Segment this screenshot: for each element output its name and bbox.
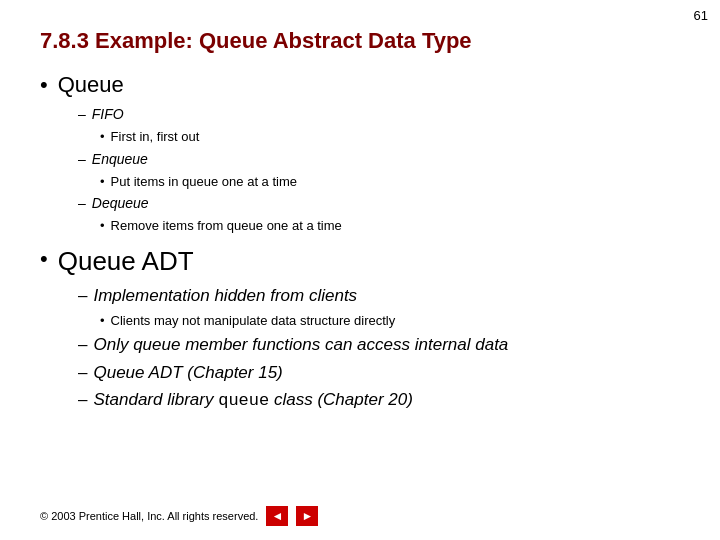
page-number: 61 (694, 8, 708, 23)
fifo-bullet1-dot: • (100, 127, 105, 147)
fifo-bullet1: • First in, first out (100, 127, 680, 147)
bullet1: • Queue (40, 72, 680, 98)
bullet1-label: Queue (58, 72, 124, 98)
impl-bullet1: • Clients may not manipulate data struct… (100, 311, 680, 331)
dequeue-item: – Dequeue (78, 193, 680, 214)
stdlib-prefix: Standard library (93, 390, 218, 409)
bullet1-dot: • (40, 72, 48, 98)
enqueue-sublist: • Put items in queue one at a time (100, 172, 680, 192)
fifo-bullet1-text: First in, first out (111, 127, 200, 147)
enqueue-bullet1-dot: • (100, 172, 105, 192)
dequeue-bullet1-dot: • (100, 216, 105, 236)
impl-bullet1-dot: • (100, 311, 105, 331)
bullet2-sublist: – Implementation hidden from clients • C… (78, 283, 680, 414)
dequeue-bullet1-text: Remove items from queue one at a time (111, 216, 342, 236)
enqueue-label: Enqueue (92, 149, 148, 170)
impl-label: Implementation hidden from clients (93, 283, 357, 309)
enqueue-item: – Enqueue (78, 149, 680, 170)
fifo-item: – FIFO (78, 104, 680, 125)
dequeue-label: Dequeue (92, 193, 149, 214)
prev-button[interactable]: ◄ (266, 506, 288, 526)
footer-copyright: © 2003 Prentice Hall, Inc. All rights re… (40, 510, 258, 522)
impl-sublist: • Clients may not manipulate data struct… (100, 311, 680, 331)
stdlib-item: – Standard library queue class (Chapter … (78, 387, 680, 414)
next-button[interactable]: ► (296, 506, 318, 526)
stdlib-label: Standard library queue class (Chapter 20… (93, 387, 412, 414)
stdlib-suffix: class (Chapter 20) (269, 390, 413, 409)
queue-adt-chapter-item: – Queue ADT (Chapter 15) (78, 360, 680, 386)
enqueue-bullet1: • Put items in queue one at a time (100, 172, 680, 192)
fifo-sublist: • First in, first out (100, 127, 680, 147)
slide-container: 7.8.3 Example: Queue Abstract Data Type … (0, 0, 720, 434)
footer: © 2003 Prentice Hall, Inc. All rights re… (40, 506, 318, 526)
only-queue-label: Only queue member functions can access i… (93, 332, 508, 358)
stdlib-dash: – (78, 387, 87, 413)
only-queue-dash: – (78, 332, 87, 358)
impl-item: – Implementation hidden from clients (78, 283, 680, 309)
bullet1-sublist: – FIFO • First in, first out – Enqueue •… (78, 104, 680, 236)
enqueue-bullet1-text: Put items in queue one at a time (111, 172, 297, 192)
bullet2-dot: • (40, 246, 48, 272)
dequeue-sublist: • Remove items from queue one at a time (100, 216, 680, 236)
slide-title: 7.8.3 Example: Queue Abstract Data Type (40, 28, 680, 54)
enqueue-dash: – (78, 149, 86, 170)
next-icon: ► (301, 509, 313, 523)
stdlib-code: queue (218, 391, 269, 410)
dequeue-bullet1: • Remove items from queue one at a time (100, 216, 680, 236)
impl-bullet1-text: Clients may not manipulate data structur… (111, 311, 396, 331)
fifo-label: FIFO (92, 104, 124, 125)
fifo-dash: – (78, 104, 86, 125)
queue-adt-chapter-label: Queue ADT (Chapter 15) (93, 360, 282, 386)
bullet2: • Queue ADT (40, 246, 680, 277)
only-queue-item: – Only queue member functions can access… (78, 332, 680, 358)
bullet2-label: Queue ADT (58, 246, 194, 277)
impl-dash: – (78, 283, 87, 309)
queue-adt-chapter-dash: – (78, 360, 87, 386)
prev-icon: ◄ (271, 509, 283, 523)
dequeue-dash: – (78, 193, 86, 214)
